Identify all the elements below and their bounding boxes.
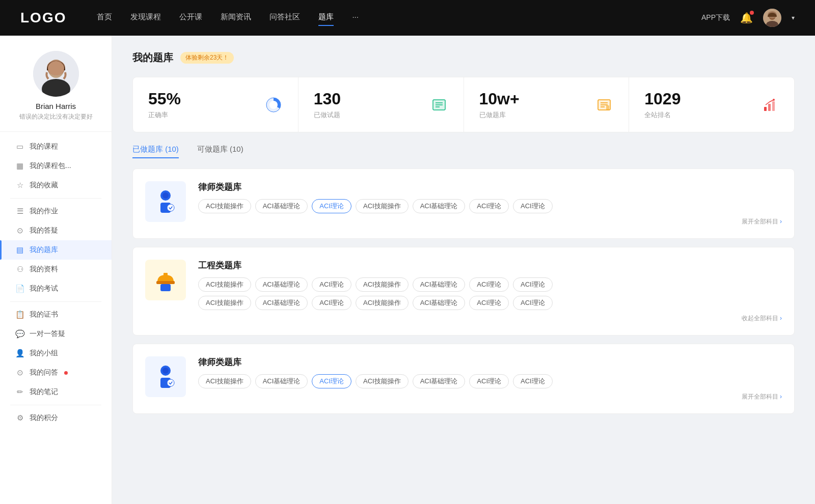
- page-wrapper: Brian Harris 错误的决定比没有决定要好 ▭ 我的课程 ▦ 我的课程包…: [0, 0, 815, 504]
- sidebar-item-materials[interactable]: ⚇ 我的资料: [0, 260, 112, 279]
- course-package-icon: ▦: [15, 161, 24, 171]
- tag-6[interactable]: ACI理论: [513, 199, 553, 213]
- tags-row-lawyer-2: ACI技能操作 ACI基础理论 ACI理论 ACI技能操作 ACI基础理论 AC…: [198, 374, 782, 388]
- stat-rank-value: 1029: [644, 90, 753, 108]
- certificate-icon: 📋: [15, 310, 24, 319]
- bank-section-engineer: 工程类题库 ACI技能操作 ACI基础理论 ACI理论 ACI技能操作 ACI基…: [132, 247, 795, 335]
- sidebar-item-my-course[interactable]: ▭ 我的课程: [0, 137, 112, 156]
- sidebar-item-exam[interactable]: 📄 我的考试: [0, 279, 112, 298]
- tag-3[interactable]: ACI技能操作: [356, 199, 409, 213]
- stat-banks-value: 10w+: [479, 90, 588, 108]
- sidebar-item-certificate[interactable]: 📋 我的证书: [0, 305, 112, 324]
- sidebar-item-one-on-one[interactable]: 💬 一对一答疑: [0, 324, 112, 344]
- bank-section-lawyer-1: 律师类题库 ACI技能操作 ACI基础理论 ACI理论 ACI技能操作 ACI基…: [132, 169, 795, 239]
- bank-name-lawyer-2: 律师类题库: [198, 356, 782, 368]
- tag-0[interactable]: ACI技能操作: [198, 199, 251, 213]
- nav-question-bank[interactable]: 题库: [318, 12, 334, 24]
- expand-link-lawyer-1[interactable]: 展开全部科目 ›: [198, 217, 782, 226]
- tags-row-lawyer-1: ACI技能操作 ACI基础理论 ACI理论 ACI技能操作 ACI基础理论 AC…: [198, 199, 782, 213]
- sidebar-label-notes: 我的笔记: [30, 387, 58, 397]
- tag-1[interactable]: ACI基础理论: [255, 199, 308, 213]
- eng-tag-r2-6[interactable]: ACI理论: [513, 296, 553, 310]
- materials-icon: ⚇: [15, 265, 24, 274]
- tab-done-banks[interactable]: 已做题库 (10): [132, 145, 179, 158]
- eng-tag-6[interactable]: ACI理论: [513, 277, 553, 292]
- user-avatar[interactable]: [763, 9, 781, 27]
- bank-name-lawyer-1: 律师类题库: [198, 181, 782, 193]
- tag-5[interactable]: ACI理论: [469, 199, 509, 213]
- eng-tag-0[interactable]: ACI技能操作: [198, 277, 251, 292]
- tab-available-banks[interactable]: 可做题库 (10): [197, 145, 243, 158]
- nav-discover[interactable]: 发现课程: [130, 12, 161, 24]
- eng-tag-r2-3[interactable]: ACI技能操作: [356, 296, 409, 310]
- law2-tag-6[interactable]: ACI理论: [513, 374, 553, 388]
- eng-tag-2[interactable]: ACI理论: [312, 277, 351, 292]
- sidebar-item-qa[interactable]: ⊙ 我的答疑: [0, 221, 112, 240]
- stat-accuracy-value: 55%: [148, 90, 257, 108]
- stat-questions-label: 已做试题: [314, 110, 423, 120]
- sidebar-label-exam: 我的考试: [30, 284, 58, 293]
- svg-rect-23: [768, 104, 771, 111]
- sidebar-menu: ▭ 我的课程 ▦ 我的课程包... ☆ 我的收藏 ☰ 我的作业 ⊙ 我的答疑 ▤: [0, 132, 112, 433]
- nav-more[interactable]: ···: [352, 12, 359, 24]
- nav-home[interactable]: 首页: [97, 12, 112, 24]
- app-download-link[interactable]: APP下载: [701, 13, 730, 22]
- my-qa-icon: ⊙: [15, 368, 24, 377]
- eng-tag-3[interactable]: ACI技能操作: [356, 277, 409, 292]
- page-title: 我的题库: [132, 51, 173, 65]
- sidebar-item-my-qa[interactable]: ⊙ 我的问答: [0, 363, 112, 382]
- bank-content-engineer: 工程类题库 ACI技能操作 ACI基础理论 ACI理论 ACI技能操作 ACI基…: [198, 260, 782, 323]
- law2-tag-3[interactable]: ACI技能操作: [356, 374, 409, 388]
- logo: LOGO: [20, 10, 66, 26]
- sidebar-item-homework[interactable]: ☰ 我的作业: [0, 202, 112, 221]
- sidebar-item-course-package[interactable]: ▦ 我的课程包...: [0, 156, 112, 176]
- sidebar: Brian Harris 错误的决定比没有决定要好 ▭ 我的课程 ▦ 我的课程包…: [0, 36, 112, 504]
- collapse-link-engineer[interactable]: 收起全部科目 ›: [198, 314, 782, 323]
- nav-news[interactable]: 新闻资讯: [221, 12, 251, 24]
- sidebar-item-favorites[interactable]: ☆ 我的收藏: [0, 176, 112, 195]
- nav-qa[interactable]: 问答社区: [269, 12, 300, 24]
- eng-tag-r2-4[interactable]: ACI基础理论: [413, 296, 466, 310]
- eng-tag-r2-5[interactable]: ACI理论: [469, 296, 509, 310]
- course-icon: ▭: [15, 142, 24, 151]
- law2-tag-0[interactable]: ACI技能操作: [198, 374, 251, 388]
- accuracy-icon: [264, 96, 283, 114]
- sidebar-item-question-bank[interactable]: ▤ 我的题库: [0, 240, 112, 260]
- nav-open-course[interactable]: 公开课: [179, 12, 202, 24]
- bank-content-lawyer-2: 律师类题库 ACI技能操作 ACI基础理论 ACI理论 ACI技能操作 ACI基…: [198, 356, 782, 401]
- sidebar-item-notes[interactable]: ✏ 我的笔记: [0, 382, 112, 402]
- sidebar-divider-2: [10, 301, 101, 302]
- tag-2[interactable]: ACI理论: [312, 199, 351, 213]
- svg-point-8: [48, 61, 64, 75]
- one-on-one-icon: 💬: [15, 329, 24, 339]
- law2-tag-2[interactable]: ACI理论: [312, 374, 351, 388]
- sidebar-item-points[interactable]: ⚙ 我的积分: [0, 408, 112, 428]
- eng-tag-5[interactable]: ACI理论: [469, 277, 509, 292]
- sidebar-divider-1: [10, 198, 101, 199]
- law2-tag-1[interactable]: ACI基础理论: [255, 374, 308, 388]
- question-bank-icon: ▤: [15, 245, 24, 255]
- questions-icon: [430, 96, 448, 114]
- sidebar-label-course-package: 我的课程包...: [30, 161, 71, 171]
- stat-accuracy: 55% 正确率: [133, 77, 298, 132]
- rank-icon: [760, 96, 779, 114]
- eng-tag-r2-2[interactable]: ACI理论: [312, 296, 351, 310]
- eng-tag-r2-1[interactable]: ACI基础理论: [255, 296, 308, 310]
- law2-tag-4[interactable]: ACI基础理论: [413, 374, 466, 388]
- tag-4[interactable]: ACI基础理论: [413, 199, 466, 213]
- eng-tag-r2-0[interactable]: ACI技能操作: [198, 296, 251, 310]
- svg-rect-22: [764, 107, 767, 111]
- profile-motto: 错误的决定比没有决定要好: [19, 113, 93, 121]
- expand-link-lawyer-2[interactable]: 展开全部科目 ›: [198, 393, 782, 401]
- favorites-icon: ☆: [15, 181, 24, 190]
- user-menu-chevron[interactable]: ▾: [792, 14, 795, 21]
- eng-tag-1[interactable]: ACI基础理论: [255, 277, 308, 292]
- sidebar-divider-3: [10, 405, 101, 405]
- bank-icon-lawyer-1: [145, 181, 186, 222]
- sidebar-label-points: 我的积分: [30, 413, 58, 423]
- eng-tag-4[interactable]: ACI基础理论: [413, 277, 466, 292]
- law2-tag-5[interactable]: ACI理论: [469, 374, 509, 388]
- trial-badge: 体验剩余23天！: [180, 52, 234, 64]
- sidebar-item-group[interactable]: 👤 我的小组: [0, 344, 112, 363]
- notification-bell[interactable]: 🔔: [740, 12, 753, 24]
